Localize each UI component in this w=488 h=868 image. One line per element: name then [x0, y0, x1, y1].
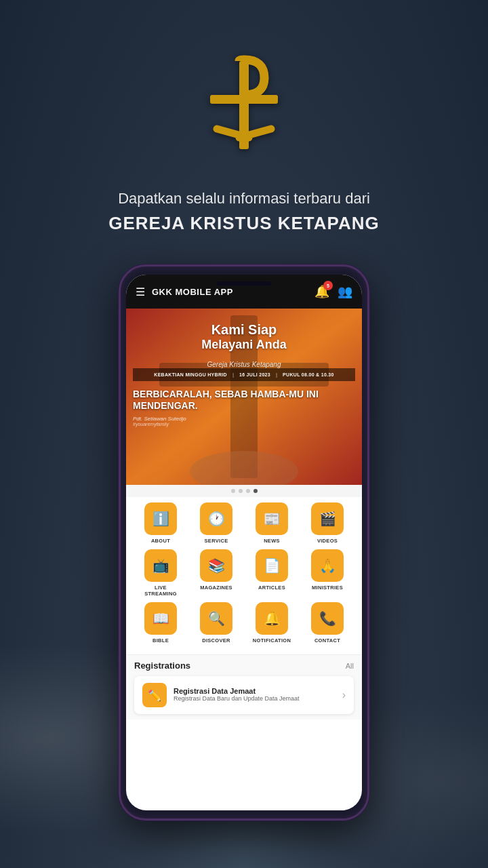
- contact-label: CONTACT: [314, 637, 340, 644]
- news-label: NEWS: [264, 538, 280, 544]
- registrations-all[interactable]: All: [346, 662, 354, 670]
- sermon-hashtag: #youaremyfamily: [133, 422, 355, 427]
- registrations-title: Registrations: [134, 660, 190, 671]
- livestreaming-icon: 📺: [144, 549, 177, 582]
- dot-1[interactable]: [231, 489, 235, 493]
- event-info-bar: KEBAKTIAN MINGGU HYBRID | 16 JULI 2023 |…: [133, 368, 355, 381]
- menu-item-articles[interactable]: 📄 ARTICLES: [248, 549, 296, 597]
- menu-item-notification[interactable]: 🔔 NOTIFICATION: [248, 602, 296, 644]
- videos-icon: 🎬: [311, 502, 344, 535]
- ministries-icon: 🙏: [311, 549, 344, 582]
- phone-frame: ☰ GKK MOBILE APP 🔔 5 👥: [119, 264, 369, 821]
- menu-row-1: ℹ️ ABOUT 🕐 SERVICE 📰 NEWS 🎬 VIDEOS: [133, 502, 355, 544]
- notification-badge: 5: [323, 281, 333, 290]
- menu-row-3: 📖 BIBLE 🔍 DISCOVER 🔔 NOTIFICATION 📞 CONT…: [133, 602, 355, 644]
- title-section: Dapatkan selalu informasi terbaru dari G…: [0, 190, 488, 234]
- subtitle-text: Dapatkan selalu informasi terbaru dari: [27, 190, 461, 208]
- hero-text-overlay: Kami Siap Melayani Anda: [126, 322, 362, 352]
- logo-section: [0, 41, 488, 176]
- hero-title-main: Kami Siap: [126, 322, 362, 338]
- hero-banner: Kami Siap Melayani Anda Gereja Kristus K…: [126, 309, 362, 485]
- people-icon[interactable]: 👥: [338, 284, 352, 299]
- menu-item-service[interactable]: 🕐 SERVICE: [192, 502, 240, 544]
- phone-speaker: [217, 281, 271, 285]
- dot-2[interactable]: [239, 489, 243, 493]
- app-header: ☰ GKK MOBILE APP 🔔 5 👥: [126, 275, 362, 309]
- divider1: |: [232, 372, 234, 378]
- magazines-label: MAGAZINES: [200, 585, 232, 591]
- registration-arrow: ›: [342, 689, 346, 701]
- service-label: SERVICE: [205, 538, 228, 544]
- registration-description: Registrasi Data Baru dan Update Data Jem…: [174, 695, 336, 703]
- about-label: ABOUT: [151, 538, 170, 544]
- event-type: KEBAKTIAN MINGGU HYBRID: [154, 372, 227, 377]
- discover-icon: 🔍: [200, 602, 232, 635]
- sermon-title: BERBICARALAH, SEBAB HAMBA-MU INI MENDENG…: [133, 389, 355, 412]
- notification-label: NOTIFICATION: [253, 637, 291, 644]
- menu-item-ministries[interactable]: 🙏 MINISTRIES: [304, 549, 351, 597]
- phone-mockup: ☰ GKK MOBILE APP 🔔 5 👥: [119, 264, 369, 821]
- discover-label: DISCOVER: [202, 637, 230, 644]
- main-title-text: GEREJA KRISTUS KETAPANG: [27, 213, 461, 234]
- chi-rho-logo: [197, 41, 291, 176]
- divider2: |: [276, 372, 277, 378]
- dot-3[interactable]: [246, 489, 250, 493]
- registration-icon: ✏️: [142, 683, 167, 707]
- notification-icon: 🔔: [256, 602, 288, 635]
- bible-label: BIBLE: [152, 637, 169, 644]
- sermon-speaker: Pdt. Setiawan Sutedjo: [133, 416, 355, 422]
- dot-4-active[interactable]: [253, 489, 258, 493]
- event-time: PUKUL 08.00 & 10.30: [283, 372, 334, 377]
- registrations-header: Registrations All: [134, 660, 354, 671]
- bell-container[interactable]: 🔔 5: [314, 284, 329, 299]
- registration-name: Registrasi Data Jemaat: [174, 687, 336, 695]
- church-name-text: Gereja Kristus Ketapang: [207, 361, 281, 368]
- contact-icon: 📞: [311, 602, 344, 635]
- about-icon: ℹ️: [144, 502, 177, 535]
- phone-screen: ☰ GKK MOBILE APP 🔔 5 👥: [126, 275, 362, 810]
- menu-item-bible[interactable]: 📖 BIBLE: [137, 602, 184, 644]
- menu-grid: ℹ️ ABOUT 🕐 SERVICE 📰 NEWS 🎬 VIDEOS: [126, 497, 362, 654]
- service-icon: 🕐: [200, 502, 232, 535]
- videos-label: VIDEOS: [317, 538, 338, 544]
- event-date: 16 JULI 2023: [239, 372, 270, 377]
- dots-indicator: [126, 485, 362, 497]
- registration-card[interactable]: ✏️ Registrasi Data Jemaat Registrasi Dat…: [134, 676, 354, 714]
- registrations-section: Registrations All ✏️ Registrasi Data Jem…: [126, 654, 362, 719]
- app-title: GKK MOBILE APP: [152, 287, 314, 297]
- hero-subtitle-main: Melayani Anda: [126, 338, 362, 352]
- news-icon: 📰: [256, 502, 288, 535]
- magazines-icon: 📚: [200, 549, 232, 582]
- articles-label: ARTICLES: [258, 585, 285, 591]
- articles-icon: 📄: [256, 549, 288, 582]
- menu-item-about[interactable]: ℹ️ ABOUT: [137, 502, 184, 544]
- menu-item-livestreaming[interactable]: 📺 LIVESTREAMING: [137, 549, 184, 597]
- menu-row-2: 📺 LIVESTREAMING 📚 MAGAZINES 📄 ARTICLES 🙏…: [133, 549, 355, 597]
- livestreaming-label: LIVESTREAMING: [144, 585, 177, 597]
- menu-item-videos[interactable]: 🎬 VIDEOS: [304, 502, 351, 544]
- hamburger-icon[interactable]: ☰: [136, 285, 145, 298]
- menu-item-magazines[interactable]: 📚 MAGAZINES: [192, 549, 240, 597]
- menu-item-contact[interactable]: 📞 CONTACT: [304, 602, 351, 644]
- bible-icon: 📖: [144, 602, 177, 635]
- menu-item-discover[interactable]: 🔍 DISCOVER: [192, 602, 240, 644]
- sermon-text-block: BERBICARALAH, SEBAB HAMBA-MU INI MENDENG…: [133, 389, 355, 427]
- header-icons: 🔔 5 👥: [314, 284, 352, 299]
- menu-item-news[interactable]: 📰 NEWS: [248, 502, 296, 544]
- registration-info: Registrasi Data Jemaat Registrasi Data B…: [174, 687, 336, 703]
- ministries-label: MINISTRIES: [312, 585, 343, 591]
